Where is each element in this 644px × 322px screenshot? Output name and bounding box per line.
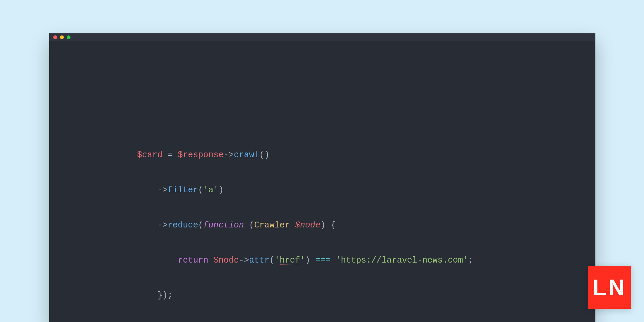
token-space (310, 256, 315, 265)
token-var: $card (137, 150, 162, 160)
editor-window: $card = $response->crawl() ->filter('a')… (49, 33, 595, 322)
token-indent (137, 220, 157, 230)
zoom-icon[interactable] (67, 35, 71, 39)
token-func: reduce (167, 220, 198, 230)
token-arrow: -> (239, 256, 249, 265)
code-line: return $node->attr('href') === 'https://… (137, 252, 473, 269)
token-arrow: -> (157, 185, 168, 195)
code-line: $card = $response->crawl() (137, 146, 473, 164)
token-arrow: -> (157, 220, 168, 230)
token-paren: ) (218, 185, 223, 195)
token-assign: = (162, 150, 178, 160)
token-func: crawl (234, 150, 259, 160)
minimize-icon[interactable] (60, 35, 64, 39)
token-brace: { (330, 220, 335, 230)
token-arrow: -> (224, 150, 234, 160)
token-paren: ( (270, 256, 275, 265)
token-close: }); (157, 291, 173, 300)
token-indent (137, 256, 178, 265)
token-func: attr (249, 256, 270, 265)
code-line: }); (137, 287, 473, 304)
token-space (208, 256, 213, 265)
logo-text: LN (592, 274, 626, 301)
token-space (330, 256, 335, 265)
token-keyword: function (203, 220, 244, 230)
token-space (244, 220, 249, 230)
canvas: $card = $response->crawl() ->filter('a')… (0, 0, 644, 322)
code-editor[interactable]: $card = $response->crawl() ->filter('a')… (49, 41, 595, 322)
code-line: ->reduce(function (Crawler $node) { (137, 217, 473, 234)
token-paren: ( (198, 185, 203, 195)
token-paren: ) (305, 256, 310, 265)
token-string: ' (213, 185, 218, 195)
token-var: $node (213, 256, 239, 265)
token-string: ' (275, 256, 280, 265)
token-keyword: return (178, 256, 208, 265)
token-string: ' (336, 256, 341, 265)
token-string: https://laravel-news.com (341, 256, 463, 265)
token-class: Crawler (254, 220, 290, 230)
token-paren: ( (198, 220, 203, 230)
window-titlebar (49, 33, 595, 41)
token-func: filter (167, 185, 198, 195)
token-string: a (208, 185, 213, 195)
code-line: ->filter('a') (137, 181, 473, 199)
token-string: ' (203, 185, 208, 195)
code-block: $card = $response->crawl() ->filter('a')… (137, 129, 473, 322)
token-indent (137, 185, 157, 195)
token-string: ' (463, 256, 468, 265)
token-semicolon: ; (468, 256, 473, 265)
token-space (326, 220, 330, 230)
token-operator: === (315, 256, 330, 265)
token-var: $response (178, 150, 224, 160)
token-param: $node (295, 220, 321, 230)
laravel-news-logo: LN (588, 266, 631, 309)
token-paren: ) (321, 220, 326, 230)
close-icon[interactable] (53, 35, 57, 39)
token-indent (137, 291, 157, 300)
token-string: ' (300, 256, 305, 265)
token-paren: ( (249, 220, 254, 230)
token-string-href: href (280, 256, 300, 265)
token-space (290, 220, 295, 230)
token-parens: () (259, 150, 270, 160)
